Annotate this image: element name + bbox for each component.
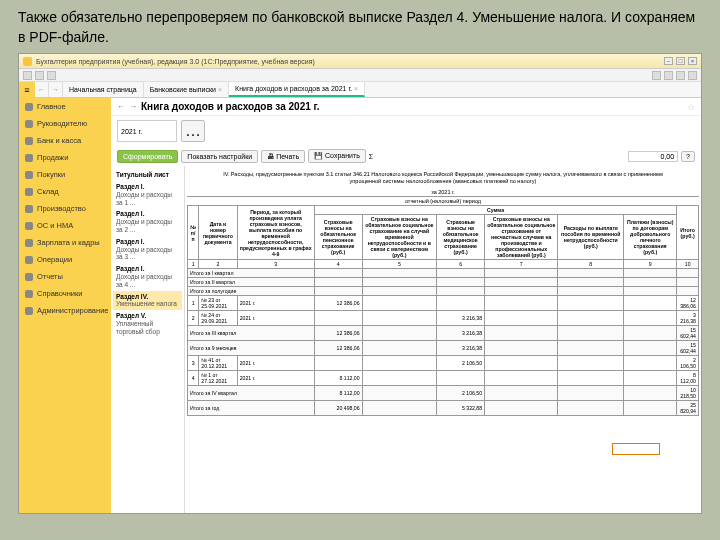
close-button[interactable]: × [688,57,697,65]
sidebar-label: Отчеты [37,272,63,281]
toolbar-icon[interactable] [664,71,673,80]
sidebar-icon [25,290,33,298]
star-icon[interactable]: ☆ [687,102,695,112]
minimize-button[interactable]: – [664,57,673,65]
sidebar-icon [25,120,33,128]
sidebar-item[interactable]: ОС и НМА [19,217,111,234]
report-period-type: отчетный (налоговый) период [187,197,699,205]
sidebar-icon [25,273,33,281]
sidebar-item[interactable]: Главное [19,98,111,115]
toolbar-icon[interactable] [688,71,697,80]
sidebar-label: Руководителю [37,119,87,128]
highlight-box [612,443,660,455]
page-caption: Также обязательно перепроверяем по банко… [0,0,720,53]
section-item[interactable]: Раздел I.Доходы и расходы за 2 ... [113,208,182,235]
sidebar-label: Администрирование [37,306,109,315]
report-period: за 2021 г. [187,188,699,197]
maximize-button[interactable]: □ [676,57,685,65]
app-window: Бухгалтерия предприятия (учебная), редак… [18,53,702,514]
tab-home[interactable]: Начальная страница [63,82,144,97]
close-icon[interactable]: × [354,85,358,92]
page-title: Книга доходов и расходов за 2021 г. [141,101,320,112]
sidebar-item[interactable]: Производство [19,200,111,217]
sidebar-item[interactable]: Руководителю [19,115,111,132]
system-toolbar [19,69,701,82]
report-table: № п/пДата и номер первичного документаПе… [187,205,699,416]
sidebar-label: Банк и касса [37,136,81,145]
sidebar-icon [25,171,33,179]
print-button[interactable]: 🖶 Печать [261,150,305,163]
form-button[interactable]: Сформировать [117,150,178,163]
toolbar-icon[interactable] [652,71,661,80]
app-icon [23,57,32,66]
period-stepper[interactable]: … [181,120,205,142]
sum-field: 0,00 [628,151,678,162]
sidebar-icon [25,239,33,247]
sidebar-label: Продажи [37,153,68,162]
section-item[interactable]: Раздел V.Уплаченный торговый сбор [113,310,182,337]
sidebar-icon [25,137,33,145]
sidebar: ГлавноеРуководителюБанк и кассаПродажиПо… [19,98,111,513]
sidebar-label: Зарплата и кадры [37,238,100,247]
sidebar-label: Производство [37,204,86,213]
period-input[interactable] [117,120,177,142]
section-item[interactable]: Титульный лист [113,169,182,181]
toolbar-icon[interactable] [35,71,44,80]
section-item[interactable]: Раздел IV.Уменьшение налога [113,291,182,311]
menu-icon[interactable]: ≡ [19,82,35,97]
nav-back[interactable]: ← [35,82,49,97]
titlebar: Бухгалтерия предприятия (учебная), редак… [19,54,701,69]
sidebar-item[interactable]: Покупки [19,166,111,183]
tab-bar: ≡ ← → Начальная страница Банковские выпи… [19,82,701,98]
sidebar-label: Операции [37,255,72,264]
sidebar-item[interactable]: Отчеты [19,268,111,285]
save-button[interactable]: 💾 Сохранить [308,149,366,163]
sum-label: Σ [369,153,373,160]
sidebar-label: Главное [37,102,66,111]
sidebar-label: Справочники [37,289,82,298]
sidebar-item[interactable]: Справочники [19,285,111,302]
more-button[interactable]: ? [681,151,695,162]
sidebar-icon [25,154,33,162]
titlebar-text: Бухгалтерия предприятия (учебная), редак… [36,58,315,65]
sidebar-item[interactable]: Продажи [19,149,111,166]
section-item[interactable]: Раздел I.Доходы и расходы за 3 ... [113,236,182,263]
sidebar-label: ОС и НМА [37,221,73,230]
sidebar-item[interactable]: Банк и касса [19,132,111,149]
sidebar-icon [25,222,33,230]
nav-fwd[interactable]: → [49,82,63,97]
sidebar-icon [25,205,33,213]
section-item[interactable]: Раздел I.Доходы и расходы за 4 ... [113,263,182,290]
tab-book[interactable]: Книга доходов и расходов за 2021 г.× [229,82,365,97]
sidebar-label: Покупки [37,170,65,179]
settings-button[interactable]: Показать настройки [181,150,258,163]
section-item[interactable]: Раздел I.Доходы и расходы за 1 ... [113,181,182,208]
sidebar-icon [25,103,33,111]
sidebar-icon [25,188,33,196]
report-area: IV. Расходы, предусмотренные пунктом 3.1… [185,166,701,513]
tab-bank[interactable]: Банковские выписки× [144,82,229,97]
sidebar-label: Склад [37,187,59,196]
sidebar-item[interactable]: Зарплата и кадры [19,234,111,251]
sidebar-item[interactable]: Администрирование [19,302,111,319]
toolbar-icon[interactable] [47,71,56,80]
fwd-icon[interactable]: → [129,102,137,111]
sections-list: Титульный листРаздел I.Доходы и расходы … [111,166,185,513]
sidebar-icon [25,307,33,315]
back-icon[interactable]: ← [117,102,125,111]
toolbar-icon[interactable] [676,71,685,80]
sidebar-icon [25,256,33,264]
close-icon[interactable]: × [218,86,222,93]
sidebar-item[interactable]: Склад [19,183,111,200]
sidebar-item[interactable]: Операции [19,251,111,268]
toolbar-icon[interactable] [23,71,32,80]
report-title: IV. Расходы, предусмотренные пунктом 3.1… [187,168,699,188]
